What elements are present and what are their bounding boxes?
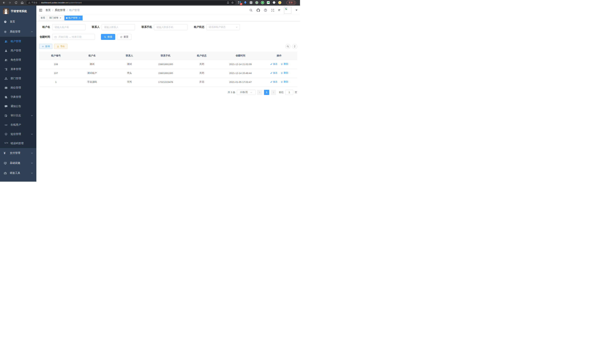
sidebar-item-online[interactable]: 在线用户 bbox=[0, 120, 36, 130]
toggle-search-button[interactable] bbox=[285, 44, 290, 49]
contact-label: 联系人 bbox=[92, 25, 102, 29]
tenant-name-input[interactable] bbox=[52, 24, 85, 30]
search-icon[interactable] bbox=[249, 9, 253, 12]
edit-link[interactable]: 修改 bbox=[270, 71, 278, 75]
phone-input[interactable] bbox=[154, 24, 188, 30]
search-button[interactable]: 搜索 bbox=[101, 34, 115, 40]
edit-link-label: 修改 bbox=[273, 63, 278, 66]
home-icon[interactable] bbox=[21, 1, 24, 4]
export-button[interactable]: 导出 bbox=[54, 44, 67, 49]
prev-page-button[interactable] bbox=[257, 90, 262, 95]
sidebar-item-home[interactable]: 首页 bbox=[0, 17, 36, 27]
breadcrumb-system[interactable]: 系统管理 bbox=[55, 9, 65, 12]
sidebar-item-dict[interactable]: 字典管理 bbox=[0, 92, 36, 102]
cell-contact: 芋艿 bbox=[111, 78, 148, 86]
pagination: 共 3 条 10条/页 1 前往 页 bbox=[39, 90, 297, 95]
sidebar-item-menu[interactable]: 菜单管理 bbox=[0, 65, 36, 74]
add-button[interactable]: 新增 bbox=[39, 44, 52, 49]
chevron-down-icon bbox=[31, 133, 33, 135]
font-size-icon[interactable]: tT bbox=[278, 9, 280, 11]
breadcrumb-current: 租户管理 bbox=[69, 9, 80, 12]
edit-icon bbox=[270, 63, 272, 65]
edit-link[interactable]: 修改 bbox=[270, 80, 278, 84]
sidebar-item-pay[interactable]: ¥ 支付管理 bbox=[0, 148, 36, 158]
extension-chat-icon[interactable] bbox=[267, 1, 270, 4]
tab-tenant[interactable]: 租户管理 × bbox=[64, 16, 83, 20]
create-time-range-picker[interactable]: 开始日期 - 结束日期 bbox=[52, 34, 95, 40]
delete-link[interactable]: 删除 bbox=[281, 71, 288, 75]
page-number-button[interactable]: 1 bbox=[264, 90, 269, 95]
security-warning[interactable]: 不安全 bbox=[28, 1, 38, 4]
forward-icon[interactable] bbox=[8, 1, 11, 4]
extension-gem-icon[interactable] bbox=[244, 1, 247, 4]
col-actions: 操作 bbox=[261, 52, 297, 60]
delete-link[interactable]: 删除 bbox=[281, 63, 288, 66]
edit-link[interactable]: 修改 bbox=[270, 63, 278, 66]
extension-dot-icon[interactable] bbox=[255, 1, 258, 4]
sidebar-item-devtools[interactable]: 研发工具 bbox=[0, 168, 36, 178]
reload-icon[interactable] bbox=[14, 1, 18, 4]
sidebar-item-label: 租户管理 bbox=[10, 40, 21, 43]
sidebar-logo[interactable]: 芋道管理系统 bbox=[0, 6, 36, 17]
refresh-icon bbox=[120, 36, 122, 38]
contact-input[interactable] bbox=[102, 24, 135, 30]
sidebar-item-label: 基础设施 bbox=[10, 161, 20, 165]
sidebar-item-role[interactable]: 角色管理 bbox=[0, 55, 36, 65]
avatar-dropdown-icon[interactable] bbox=[296, 10, 297, 11]
plus-icon bbox=[42, 45, 44, 48]
reset-button[interactable]: 重置 bbox=[117, 34, 131, 40]
range-separator: - bbox=[70, 36, 70, 38]
bookmark-star-icon[interactable] bbox=[231, 1, 234, 4]
edit-link-label: 修改 bbox=[273, 71, 278, 75]
extension-command-icon[interactable] bbox=[249, 1, 253, 4]
next-page-button[interactable] bbox=[271, 90, 276, 95]
status-select[interactable]: 请选择租户状态 bbox=[206, 24, 240, 30]
error-code-icon: </> bbox=[4, 142, 8, 145]
browser-update-button[interactable]: 更新 bbox=[286, 1, 296, 5]
tab-dept[interactable]: 部门管理 × bbox=[48, 16, 64, 20]
sidebar-item-system[interactable]: 系统管理 bbox=[0, 27, 36, 37]
close-icon[interactable]: × bbox=[78, 17, 81, 19]
sidebar-item-label: 通知公告 bbox=[10, 105, 21, 108]
chevron-right-icon bbox=[272, 91, 275, 93]
sidebar-item-infra[interactable]: 基础设施 bbox=[0, 158, 36, 168]
share-icon[interactable] bbox=[227, 1, 229, 4]
sidebar-item-user[interactable]: 用户管理 bbox=[0, 46, 36, 55]
sidebar-item-tenant[interactable]: 租户管理 bbox=[0, 37, 36, 46]
extension-y-icon[interactable] bbox=[261, 1, 264, 4]
sidebar-item-dept[interactable]: 部门管理 bbox=[0, 74, 36, 83]
extension-emoji-icon[interactable] bbox=[278, 1, 281, 4]
sidebar-item-sms[interactable]: 短信管理 bbox=[0, 130, 36, 139]
address-bar[interactable]: 不安全 dashboard.yudao.iocoder.cn/system/te… bbox=[26, 0, 236, 5]
sidebar-item-label: 审计日志 bbox=[10, 114, 21, 117]
close-icon[interactable]: × bbox=[59, 17, 62, 19]
export-button-label: 导出 bbox=[60, 45, 65, 48]
sidebar-item-audit[interactable]: 审计日志 bbox=[0, 111, 36, 120]
delete-link-label: 删除 bbox=[283, 63, 288, 66]
goto-page-input[interactable] bbox=[285, 90, 293, 95]
sidebar-item-errcode[interactable]: </> 错误码管理 bbox=[0, 139, 36, 148]
sidebar-item-label: 在线用户 bbox=[10, 123, 21, 127]
extensions-row: 10 更新 bbox=[238, 1, 296, 5]
delete-link[interactable]: 删除 bbox=[281, 80, 288, 84]
sidebar-item-post[interactable]: 岗位管理 bbox=[0, 83, 36, 92]
extension-puzzle-icon[interactable] bbox=[272, 1, 276, 4]
back-icon[interactable] bbox=[2, 1, 5, 4]
edit-link-label: 修改 bbox=[273, 80, 278, 84]
sidebar-item-label: 角色管理 bbox=[10, 58, 21, 62]
breadcrumb-home[interactable]: 首页 bbox=[46, 9, 51, 12]
sidebar-item-notice[interactable]: 通知公告 bbox=[0, 102, 36, 111]
help-icon[interactable] bbox=[264, 9, 267, 12]
extension-grid-icon[interactable]: 10 bbox=[238, 1, 241, 4]
avatar[interactable] bbox=[284, 7, 291, 14]
fullscreen-icon[interactable] bbox=[271, 9, 274, 12]
browser-menu-icon[interactable] bbox=[294, 1, 294, 4]
page-size-select[interactable]: 10条/页 bbox=[237, 90, 255, 95]
chevron-down-icon bbox=[31, 162, 33, 164]
calendar-icon bbox=[54, 36, 57, 38]
refresh-table-button[interactable] bbox=[292, 44, 297, 49]
tab-home[interactable]: 首页 bbox=[39, 16, 47, 20]
collapse-sidebar-icon[interactable] bbox=[39, 8, 42, 12]
github-icon[interactable] bbox=[257, 9, 260, 12]
sidebar-item-label: 岗位管理 bbox=[10, 86, 21, 89]
